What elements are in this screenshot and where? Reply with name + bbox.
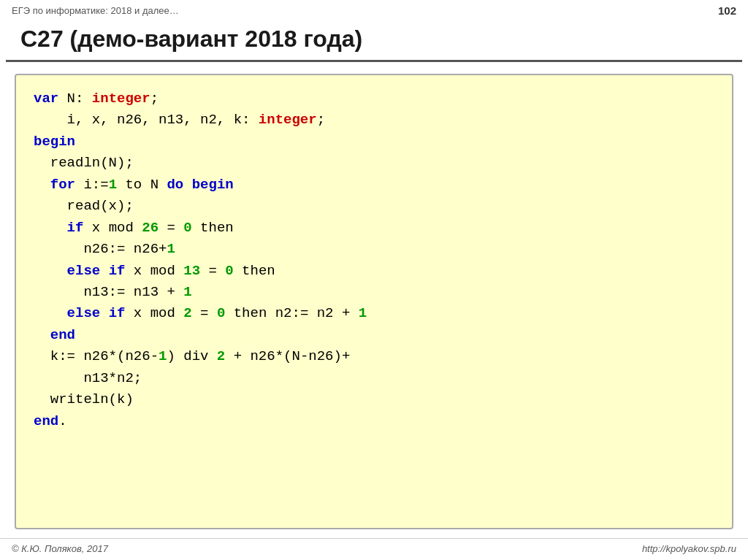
footer: © К.Ю. Поляков, 2017 http://kpolyakov.sp…: [0, 538, 748, 560]
header-title: ЕГЭ по информатике: 2018 и далее…: [12, 5, 179, 16]
slide-title: С27 (демо-вариант 2018 года): [6, 20, 742, 62]
page: ЕГЭ по информатике: 2018 и далее… 102 С2…: [0, 0, 748, 560]
header-page-number: 102: [718, 4, 736, 17]
code-line-6: read(x);: [34, 196, 714, 217]
code-line-12: end: [34, 325, 714, 346]
code-line-11: else if x mod 2 = 0 then n2:= n2 + 1: [34, 303, 714, 324]
footer-copyright: © К.Ю. Поляков, 2017: [12, 543, 108, 554]
code-line-1: var N: integer;: [34, 88, 714, 110]
code-line-7: if x mod 26 = 0 then: [34, 218, 714, 239]
header: ЕГЭ по информатике: 2018 и далее… 102: [0, 0, 748, 20]
footer-url: http://kpolyakov.spb.ru: [642, 543, 736, 554]
code-line-8: n26:= n26+1: [34, 239, 714, 260]
code-line-14: n13*n2;: [34, 368, 714, 389]
code-line-4: readln(N);: [34, 153, 714, 174]
code-line-13: k:= n26*(n26-1) div 2 + n26*(N-n26)+: [34, 346, 714, 367]
code-line-5: for i:=1 to N do begin: [34, 174, 714, 196]
code-area: var N: integer; i, x, n26, n13, n2, k: i…: [15, 74, 733, 529]
code-line-16: end.: [34, 411, 714, 432]
code-line-9: else if x mod 13 = 0 then: [34, 261, 714, 282]
code-line-3: begin: [34, 131, 714, 153]
code-block: var N: integer; i, x, n26, n13, n2, k: i…: [34, 88, 714, 432]
code-line-2: i, x, n26, n13, n2, k: integer;: [34, 110, 714, 131]
code-line-10: n13:= n13 + 1: [34, 282, 714, 303]
code-line-15: writeln(k): [34, 389, 714, 410]
